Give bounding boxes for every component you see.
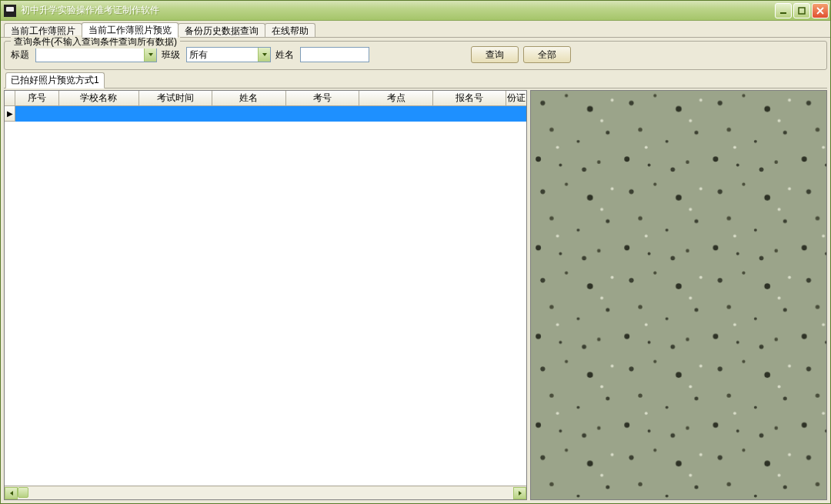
cell[interactable] [506, 106, 526, 122]
tab-online-help[interactable]: 在线帮助 [265, 23, 315, 37]
window-title: 初中升学实验操作准考证制作软件 [21, 4, 775, 17]
svg-rect-0 [780, 12, 786, 14]
svg-rect-1 [799, 8, 805, 14]
maximize-button[interactable] [793, 3, 810, 18]
cell[interactable] [359, 106, 433, 122]
label-class: 班级 [162, 48, 180, 62]
scroll-thumb[interactable] [18, 487, 28, 498]
title-dropdown-icon[interactable] [144, 48, 156, 62]
title-bar: 初中升学实验操作准考证制作软件 [1, 1, 830, 21]
label-title: 标题 [11, 48, 29, 62]
data-grid: 序号 学校名称 考试时间 姓名 考号 考点 报名号 份证 ▶ [4, 90, 527, 500]
photo-preview-pane [530, 90, 827, 500]
app-window: 初中升学实验操作准考证制作软件 当前工作薄照片 当前工作薄照片预览 备份历史数据… [0, 0, 831, 504]
sub-tabs: 已拍好照片预览方式1 [4, 73, 827, 88]
all-button[interactable]: 全部 [523, 46, 571, 63]
title-input[interactable] [36, 48, 144, 62]
col-exam-site[interactable]: 考点 [359, 91, 433, 105]
col-index[interactable]: 序号 [15, 91, 59, 105]
cell[interactable] [433, 106, 507, 122]
cell[interactable] [286, 106, 360, 122]
table-row[interactable]: ▶ [5, 106, 526, 122]
header-indicator [5, 91, 15, 105]
tab-workbook-preview[interactable]: 当前工作薄照片预览 [82, 22, 179, 38]
scroll-right-icon[interactable] [513, 487, 526, 499]
cell[interactable] [15, 106, 59, 122]
content-area: 查询条件(不输入查询条件查询所有数据) 标题 班级 姓名 [1, 38, 830, 503]
horizontal-scrollbar[interactable] [5, 486, 526, 499]
col-name[interactable]: 姓名 [212, 91, 286, 105]
grid-header: 序号 学校名称 考试时间 姓名 考号 考点 报名号 份证 [5, 91, 526, 106]
svg-rect-16 [531, 91, 826, 499]
name-input[interactable] [300, 47, 369, 62]
scroll-left-icon[interactable] [5, 487, 18, 499]
class-input[interactable] [187, 48, 258, 62]
sub-tab-preview-mode-1[interactable]: 已拍好照片预览方式1 [5, 72, 105, 88]
main-tabs: 当前工作薄照片 当前工作薄照片预览 备份历史数据查询 在线帮助 [1, 21, 830, 38]
scroll-track[interactable] [18, 487, 513, 499]
query-fieldset: 查询条件(不输入查询条件查询所有数据) 标题 班级 姓名 [4, 41, 827, 70]
minimize-button[interactable] [775, 3, 792, 18]
cell[interactable] [59, 106, 138, 122]
app-icon [4, 5, 16, 17]
window-controls [775, 3, 829, 18]
col-school[interactable]: 学校名称 [59, 91, 138, 105]
grid-body[interactable]: ▶ [5, 106, 526, 486]
preview-placeholder [531, 91, 826, 499]
cell[interactable] [212, 106, 286, 122]
col-exam-time[interactable]: 考试时间 [139, 91, 213, 105]
query-button[interactable]: 查询 [471, 46, 519, 63]
col-reg-no[interactable]: 报名号 [433, 91, 507, 105]
class-combo[interactable] [186, 47, 271, 62]
col-exam-no[interactable]: 考号 [286, 91, 360, 105]
title-combo[interactable] [35, 47, 157, 62]
main-split: 序号 学校名称 考试时间 姓名 考号 考点 报名号 份证 ▶ [4, 90, 827, 500]
close-button[interactable] [812, 3, 829, 18]
tab-history-query[interactable]: 备份历史数据查询 [178, 23, 265, 37]
row-indicator-icon: ▶ [5, 106, 15, 122]
class-dropdown-icon[interactable] [258, 48, 270, 62]
filter-row: 标题 班级 姓名 查询 全部 [11, 46, 820, 63]
cell[interactable] [139, 106, 213, 122]
col-id-partial[interactable]: 份证 [506, 91, 526, 105]
label-name: 姓名 [275, 48, 294, 62]
